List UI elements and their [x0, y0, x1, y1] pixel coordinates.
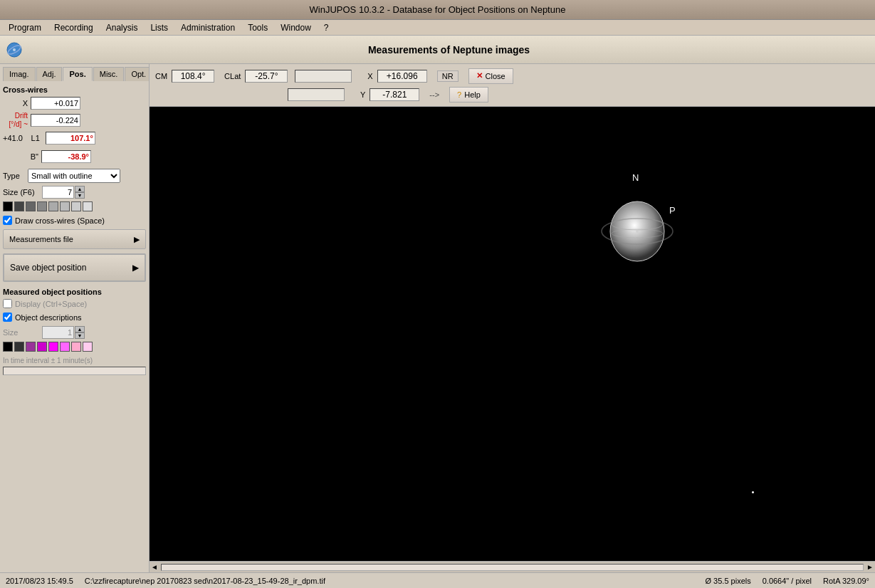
swatch-black[interactable] — [3, 201, 13, 211]
object-desc-checkbox[interactable] — [3, 313, 12, 322]
svg-point-10 — [636, 230, 639, 233]
tabs: Imag. Adj. Pos. Misc. Opt. — [3, 67, 146, 81]
measured-size-row: Size ▲ ▼ — [3, 326, 146, 339]
svg-point-2 — [13, 48, 16, 51]
cross-wires-section: Cross-wires X +0.017 Drift [°/d] ~ — [3, 84, 146, 169]
time-interval-row: In time interval ± 1 minute(s) — [3, 356, 146, 375]
tab-pos[interactable]: Pos. — [63, 67, 92, 81]
time-interval-slider[interactable] — [3, 367, 146, 375]
help-button[interactable]: ? Help — [449, 87, 488, 103]
menu-window[interactable]: Window — [275, 21, 317, 34]
size-down-button[interactable]: ▼ — [75, 192, 85, 199]
type-select[interactable]: Small with outline Small Large Cross Cir… — [28, 169, 120, 183]
b-input[interactable] — [41, 150, 91, 163]
size-row: Size (F6) ▲ ▼ — [3, 186, 146, 199]
swatch-darkgray[interactable] — [14, 201, 24, 211]
y-field-row — [31, 114, 80, 127]
type-label: Type — [3, 172, 28, 180]
save-object-position-button[interactable]: Save object position ▶ — [3, 253, 146, 282]
l1-prefix: +41.0 — [3, 134, 23, 142]
svg-text:P: P — [669, 205, 676, 216]
status-filepath: C:\zzfirecapture\nep 20170823 sed\n2017-… — [85, 577, 325, 585]
size-input[interactable] — [42, 186, 74, 199]
scrollbar-track[interactable] — [161, 564, 864, 571]
m-swatch-very-light-pink[interactable] — [83, 342, 93, 352]
object-desc-row: Object descriptions — [3, 313, 146, 322]
menu-lists[interactable]: Lists — [145, 21, 174, 34]
cm-value: 108.4° — [172, 70, 214, 83]
m-swatch-black[interactable] — [3, 342, 13, 352]
tab-opt[interactable]: Opt. — [125, 67, 150, 81]
display-label: Display (Ctrl+Space) — [15, 300, 87, 308]
image-toolbar: CM 108.4° CLat -25.7° X +16.096 NR ✕ Clo… — [150, 64, 875, 107]
draw-crosswires-checkbox[interactable] — [3, 216, 12, 225]
menu-help[interactable]: ? — [318, 21, 335, 34]
clat-value: -25.7° — [245, 70, 288, 83]
close-button[interactable]: ✕ Close — [468, 68, 513, 84]
main-content: Measurements of Neptune images Imag. Adj… — [0, 36, 875, 588]
measured-size-down-button[interactable]: ▼ — [75, 332, 85, 339]
scroll-right-button[interactable]: ► — [866, 563, 874, 571]
tab-imag[interactable]: Imag. — [3, 67, 36, 81]
size-label: Size (F6) — [3, 188, 42, 196]
image-canvas[interactable]: N P — [150, 107, 875, 561]
m-swatch-light-pink[interactable] — [71, 342, 81, 352]
drift-label2: [°/d] ~ — [9, 120, 28, 129]
cross-wires-label: Cross-wires — [3, 85, 146, 94]
y-value: -7.821 — [370, 88, 419, 101]
y-label: Y — [360, 90, 365, 99]
arrow-indicator: --> — [429, 90, 439, 99]
swatch-lighter[interactable] — [60, 201, 70, 211]
status-bar: 2017/08/23 15:49.5 C:\zzfirecapture\nep … — [0, 572, 875, 588]
tab-adj[interactable]: Adj. — [36, 67, 63, 81]
swatch-lightgray[interactable] — [48, 201, 58, 211]
x-input[interactable]: +0.017 — [31, 97, 80, 110]
status-diameter: Ø 35.5 pixels — [706, 577, 751, 585]
display-row: Display (Ctrl+Space) — [3, 299, 146, 308]
swatch-verylightgray[interactable] — [71, 201, 81, 211]
drift-label: Drift — [15, 112, 28, 120]
m-swatch-pink[interactable] — [60, 342, 70, 352]
measurements-file-button[interactable]: Measurements file ▶ — [3, 229, 146, 249]
draw-crosswires-label: Draw cross-wires (Space) — [15, 216, 105, 225]
app-header: Measurements of Neptune images — [0, 36, 875, 64]
menu-program[interactable]: Program — [3, 21, 47, 34]
nr-badge: NR — [437, 70, 459, 82]
size-up-button[interactable]: ▲ — [75, 186, 85, 192]
menu-analysis[interactable]: Analysis — [100, 21, 144, 34]
measured-size-input[interactable] — [42, 326, 74, 339]
measured-section: Measured object positions Display (Ctrl+… — [3, 288, 146, 375]
x-label: X — [3, 99, 28, 107]
tab-misc[interactable]: Misc. — [93, 67, 125, 81]
scroll-left-button[interactable]: ◄ — [151, 563, 158, 571]
b-label: B" — [3, 152, 38, 161]
small-dot — [752, 491, 754, 493]
swatch-gray[interactable] — [26, 201, 36, 211]
toolbar-fields: CM 108.4° CLat -25.7° X +16.096 NR ✕ Clo… — [155, 68, 513, 103]
menu-administration[interactable]: Administration — [175, 21, 241, 34]
neptune-container: N P — [591, 171, 705, 287]
object-desc-label: Object descriptions — [15, 313, 82, 322]
draw-crosswires-row: Draw cross-wires (Space) — [3, 216, 146, 225]
l1-field-row: +41.0 L1 — [3, 132, 146, 145]
neptune-svg: N P — [591, 171, 705, 285]
menu-recording[interactable]: Recording — [48, 21, 99, 34]
help-icon: ? — [457, 90, 461, 99]
swatch-almostwhite[interactable] — [83, 201, 93, 211]
y-input[interactable] — [31, 114, 80, 127]
status-datetime: 2017/08/23 15:49.5 — [6, 577, 73, 585]
blank-field2 — [288, 88, 345, 101]
title-bar: WinJUPOS 10.3.2 - Database for Object Po… — [0, 0, 875, 20]
image-scrollbar[interactable]: ◄ ► — [150, 561, 875, 572]
time-interval-label: In time interval ± 1 minute(s) — [3, 357, 93, 364]
display-checkbox[interactable] — [3, 299, 12, 308]
left-panel: Imag. Adj. Pos. Misc. Opt. Cross-wires X… — [0, 64, 150, 572]
l1-input[interactable] — [46, 132, 95, 145]
m-swatch-magenta[interactable] — [48, 342, 58, 352]
measured-size-up-button[interactable]: ▲ — [75, 326, 85, 332]
m-swatch-darkgray[interactable] — [14, 342, 24, 352]
m-swatch-magenta-dark[interactable] — [37, 342, 47, 352]
swatch-midgray[interactable] — [37, 201, 47, 211]
menu-tools[interactable]: Tools — [242, 21, 273, 34]
m-swatch-purple[interactable] — [26, 342, 36, 352]
